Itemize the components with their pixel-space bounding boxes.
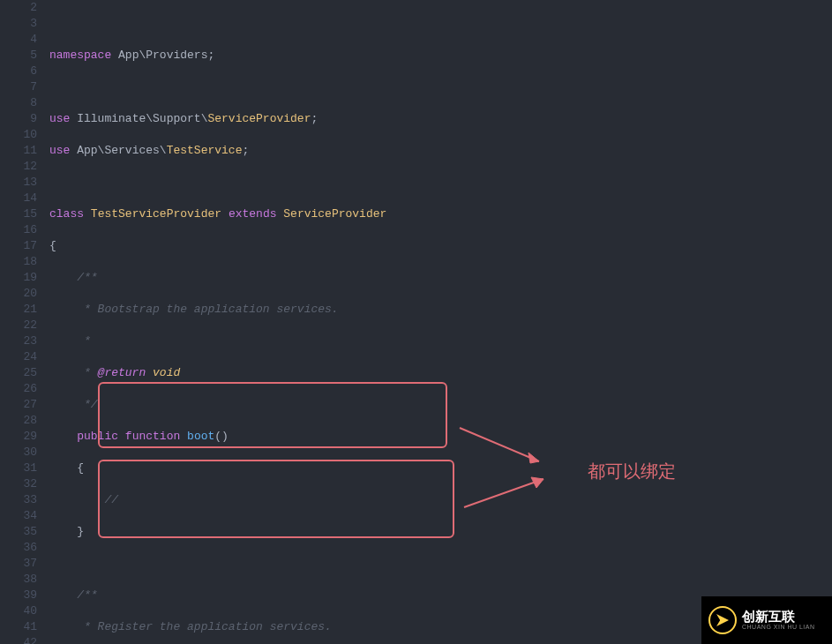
keyword: namespace [49, 49, 111, 62]
line-number: 3 [0, 16, 37, 32]
line-number: 13 [0, 175, 37, 191]
line-number: 11 [0, 143, 37, 159]
line-number: 15 [0, 206, 37, 222]
line-number-gutter: 2345678910111213141516171819202122232425… [0, 0, 49, 644]
line-number: 31 [0, 461, 37, 476]
line-number: 23 [0, 333, 37, 349]
line-number: 8 [0, 95, 37, 111]
code-area[interactable]: namespace App\Providers; use Illuminate\… [49, 0, 832, 644]
watermark: 创新互联 CHUANG XIN HU LIAN [701, 596, 832, 644]
line-number: 33 [0, 492, 37, 508]
line-number: 42 [0, 635, 37, 644]
line-number: 39 [0, 588, 37, 603]
line-number: 24 [0, 349, 37, 365]
namespace-path: App\Providers [118, 49, 207, 62]
line-number: 35 [0, 524, 37, 540]
line-number: 34 [0, 508, 37, 524]
watermark-text-en: CHUANG XIN HU LIAN [742, 624, 815, 631]
line-number: 21 [0, 302, 37, 318]
line-number: 36 [0, 540, 37, 556]
line-number: 20 [0, 286, 37, 302]
line-number: 2 [0, 0, 37, 16]
line-number: 18 [0, 254, 37, 270]
line-number: 27 [0, 397, 37, 413]
line-number: 10 [0, 127, 37, 143]
line-number: 32 [0, 476, 37, 492]
line-number: 7 [0, 79, 37, 95]
line-number: 37 [0, 556, 37, 572]
watermark-text-cn: 创新互联 [742, 610, 815, 625]
line-number: 17 [0, 238, 37, 254]
line-number: 9 [0, 111, 37, 127]
line-number: 25 [0, 365, 37, 381]
line-number: 6 [0, 64, 37, 79]
line-number: 12 [0, 159, 37, 175]
line-number: 40 [0, 603, 37, 619]
line-number: 5 [0, 48, 37, 64]
line-number: 38 [0, 572, 37, 588]
watermark-logo-icon [708, 606, 737, 634]
line-number: 30 [0, 445, 37, 461]
line-number: 4 [0, 32, 37, 48]
svg-marker-3 [531, 477, 543, 488]
line-number: 16 [0, 222, 37, 238]
line-number: 22 [0, 318, 37, 333]
annotation-label: 都可以绑定 [588, 463, 676, 479]
line-number: 41 [0, 619, 37, 635]
line-number: 29 [0, 429, 37, 445]
line-number: 28 [0, 413, 37, 429]
line-number: 26 [0, 381, 37, 397]
line-number: 19 [0, 270, 37, 286]
code-editor: 2345678910111213141516171819202122232425… [0, 0, 832, 644]
line-number: 14 [0, 191, 37, 206]
